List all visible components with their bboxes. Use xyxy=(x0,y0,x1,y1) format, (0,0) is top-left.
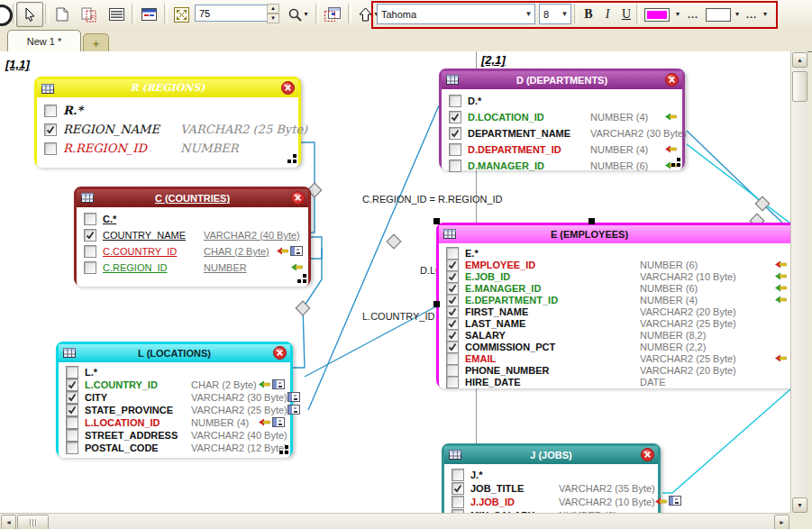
field-checkbox[interactable] xyxy=(449,160,461,172)
entity-header[interactable]: E (EMPLOYEES) xyxy=(439,225,790,243)
zoom-spinner[interactable]: ▲▼ xyxy=(267,4,279,23)
line-color-more-button[interactable]: ... xyxy=(743,2,761,27)
close-icon[interactable] xyxy=(291,191,305,205)
entity-table-J[interactable]: J (JOBS)J.*JOB_TITLEVARCHAR2 (35 Byte)J.… xyxy=(442,443,661,513)
field-row[interactable]: E.JOB_IDVARCHAR2 (10 Byte) xyxy=(439,270,790,282)
field-row[interactable]: R.REGION_IDNUMBER xyxy=(37,139,298,158)
bold-button[interactable]: B xyxy=(579,2,598,27)
field-checkbox[interactable] xyxy=(449,143,461,156)
field-checkbox[interactable] xyxy=(66,366,78,379)
field-row[interactable]: SALARYNUMBER (8,2) xyxy=(439,329,790,341)
field-row[interactable]: J.JOB_IDVARCHAR2 (10 Byte) xyxy=(444,495,658,508)
close-icon[interactable] xyxy=(641,448,654,461)
line-color-button[interactable] xyxy=(704,2,733,27)
vertical-scroll-thumb[interactable] xyxy=(792,71,807,102)
field-row[interactable]: EMPLOYEE_IDNUMBER (6) xyxy=(439,259,790,270)
entity-table-E[interactable]: E (EMPLOYEES)E.*EMPLOYEE_IDNUMBER (6)E.J… xyxy=(436,223,790,388)
field-checkbox[interactable] xyxy=(452,469,464,481)
selection-handle[interactable] xyxy=(433,218,440,224)
pointer-tool-button[interactable] xyxy=(16,2,43,27)
field-row[interactable]: C.* xyxy=(77,211,308,227)
field-checkbox[interactable] xyxy=(66,379,78,391)
entity-table-D[interactable]: D (DEPARTMENTS)D.*D.LOCATION_IDNUMBER (4… xyxy=(439,68,685,169)
field-checkbox[interactable] xyxy=(66,404,78,416)
horizontal-scroll-thumb[interactable] xyxy=(17,515,49,529)
field-row[interactable]: FIRST_NAMEVARCHAR2 (20 Byte) xyxy=(439,306,790,317)
entity-header[interactable]: J (JOBS) xyxy=(444,446,658,464)
field-checkbox[interactable] xyxy=(66,442,78,454)
field-checkbox[interactable] xyxy=(446,376,459,388)
add-table-button[interactable] xyxy=(319,2,346,27)
field-row[interactable]: HIRE_DATEDATE xyxy=(439,376,790,388)
line-color-dropdown[interactable]: ▾ xyxy=(731,2,744,27)
field-row[interactable]: L.* xyxy=(59,366,290,379)
field-checkbox[interactable] xyxy=(446,352,459,365)
field-checkbox[interactable] xyxy=(84,245,96,258)
resize-grip[interactable] xyxy=(297,273,307,286)
field-checkbox[interactable] xyxy=(44,142,57,155)
field-checkbox[interactable] xyxy=(446,341,459,353)
italic-button[interactable]: I xyxy=(598,2,617,27)
scroll-up-button[interactable]: ▲ xyxy=(792,52,807,68)
new-diagram-button[interactable] xyxy=(49,2,76,27)
fill-color-dropdown[interactable]: ▾ xyxy=(671,2,684,27)
field-row[interactable]: STATE_PROVINCEVARCHAR2 (25 Byte) xyxy=(59,404,290,416)
fill-color-button[interactable] xyxy=(641,2,673,27)
field-row[interactable]: STREET_ADDRESSVARCHAR2 (40 Byte) xyxy=(59,429,290,442)
field-row[interactable]: E.MANAGER_IDNUMBER (6) xyxy=(439,282,790,294)
field-row[interactable]: LAST_NAMEVARCHAR2 (25 Byte) xyxy=(439,317,790,329)
close-icon[interactable] xyxy=(281,81,295,95)
close-icon[interactable] xyxy=(273,346,287,360)
entity-header[interactable]: C (COUNTRIES) xyxy=(77,189,308,207)
scroll-down-button[interactable]: ▼ xyxy=(792,497,807,513)
field-checkbox[interactable] xyxy=(446,294,459,306)
field-row[interactable]: E.DEPARTMENT_IDNUMBER (4) xyxy=(439,294,790,306)
resize-grip[interactable] xyxy=(287,153,297,167)
field-checkbox[interactable] xyxy=(84,213,96,225)
field-checkbox[interactable] xyxy=(446,259,459,271)
field-checkbox[interactable] xyxy=(66,429,78,442)
field-row[interactable]: J.* xyxy=(444,468,658,481)
field-checkbox[interactable] xyxy=(446,270,459,283)
field-row[interactable]: CITYVARCHAR2 (30 Byte) xyxy=(59,391,290,404)
field-row[interactable]: MIN_SALARYNUMBER (6) xyxy=(444,508,658,513)
horizontal-scrollbar[interactable]: ◄ ► xyxy=(0,513,790,529)
field-row[interactable]: C.COUNTRY_IDCHAR (2 Byte) xyxy=(77,243,308,260)
field-row[interactable]: DEPARTMENT_NAMEVARCHAR2 (30 Byte) xyxy=(442,125,682,141)
fill-color-more-button[interactable]: ... xyxy=(683,2,703,27)
spinner-down-icon[interactable]: ▼ xyxy=(267,14,279,23)
entity-header[interactable]: R (REGIONS) xyxy=(37,79,298,97)
field-row[interactable]: COUNTRY_NAMEVARCHAR2 (40 Byte) xyxy=(77,227,308,243)
field-checkbox[interactable] xyxy=(449,127,461,140)
scroll-right-button[interactable]: ► xyxy=(774,515,789,529)
resize-grip[interactable] xyxy=(671,157,681,169)
field-checkbox[interactable] xyxy=(446,282,459,295)
zoom-fit-button[interactable] xyxy=(168,2,195,27)
font-family-combo[interactable]: Tahoma ▼ xyxy=(377,4,535,24)
entity-header[interactable]: D (DEPARTMENTS) xyxy=(442,71,682,89)
field-checkbox[interactable] xyxy=(84,229,96,242)
field-checkbox[interactable] xyxy=(446,247,459,260)
form-view-button[interactable] xyxy=(135,2,162,27)
field-checkbox[interactable] xyxy=(452,496,464,508)
field-checkbox[interactable] xyxy=(446,306,459,318)
field-row[interactable]: D.* xyxy=(442,93,682,109)
field-row[interactable]: PHONE_NUMBERVARCHAR2 (20 Byte) xyxy=(439,364,790,376)
field-checkbox[interactable] xyxy=(452,482,464,495)
field-row[interactable]: L.LOCATION_IDNUMBER (4) xyxy=(59,416,290,429)
close-icon[interactable] xyxy=(665,73,679,87)
add-tab-button[interactable]: + xyxy=(83,33,109,52)
field-row[interactable]: D.MANAGER_IDNUMBER (6) xyxy=(442,158,682,174)
entity-table-L[interactable]: L (LOCATIONS)L.*L.COUNTRY_IDCHAR (2 Byte… xyxy=(56,342,293,457)
selection-handle[interactable] xyxy=(433,301,440,307)
field-checkbox[interactable] xyxy=(449,95,461,107)
diagram-canvas[interactable]: [1,1][2,1]C.REGION_ID = R.REGION_IDD.LOC… xyxy=(0,51,790,513)
selection-handle[interactable] xyxy=(588,218,595,224)
vertical-scrollbar[interactable]: ▲ ▼ xyxy=(790,51,807,513)
field-row[interactable]: R.* xyxy=(37,101,298,120)
field-checkbox[interactable] xyxy=(66,416,78,429)
field-row[interactable]: E.* xyxy=(439,247,790,259)
field-checkbox[interactable] xyxy=(452,509,464,514)
field-row[interactable]: POSTAL_CODEVARCHAR2 (12 Byte) xyxy=(59,442,290,454)
zoom-level-input[interactable] xyxy=(195,5,269,22)
